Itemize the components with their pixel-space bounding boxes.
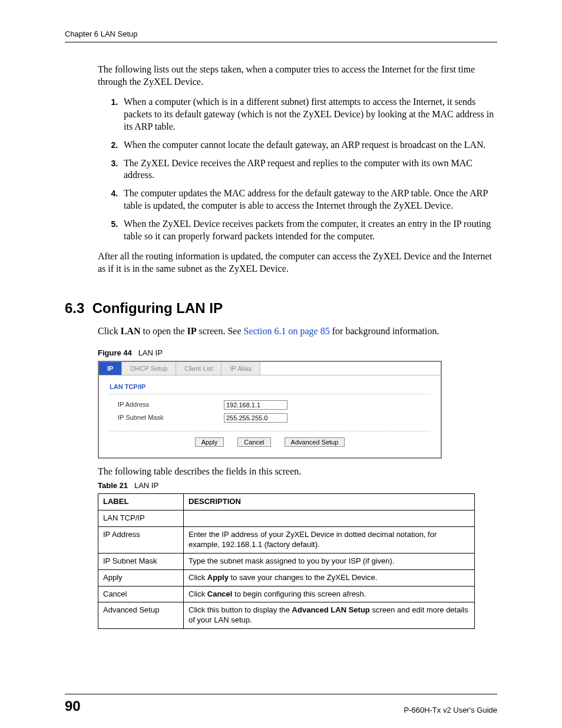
panel-title: LAN TCP/IP xyxy=(110,383,430,394)
table-row: Cancel Click Cancel to begin configuring… xyxy=(98,586,475,602)
tab-client-list[interactable]: Client List xyxy=(176,362,222,375)
table-row: LAN TCP/IP xyxy=(98,510,475,527)
table-header-row: LABEL DESCRIPTION xyxy=(98,494,475,510)
click-lan-paragraph: Click LAN to open the IP screen. See Sec… xyxy=(98,325,497,338)
ip-address-label: IP Address xyxy=(118,400,224,409)
page-footer: 90 P-660H-Tx v2 User's Guide xyxy=(65,694,497,715)
figure-caption: Figure 44 LAN IP xyxy=(98,348,497,358)
cancel-button[interactable]: Cancel xyxy=(237,437,270,447)
table-lan-ip: LABEL DESCRIPTION LAN TCP/IP IP Address … xyxy=(98,493,475,629)
page-number: 90 xyxy=(65,697,81,715)
guide-name: P-660H-Tx v2 User's Guide xyxy=(404,706,497,716)
cross-reference-link[interactable]: Section 6.1 on page 85 xyxy=(244,326,330,336)
table-row: Advanced Setup Click this button to disp… xyxy=(98,602,475,629)
ip-address-input[interactable] xyxy=(224,400,287,410)
step-2: When the computer cannot locate the defa… xyxy=(120,139,497,151)
tab-ip-alias[interactable]: IP Alias xyxy=(222,362,260,375)
table-row: Apply Click Apply to save your changes t… xyxy=(98,569,475,586)
step-4: The computer updates the MAC address for… xyxy=(120,187,497,212)
advanced-setup-button[interactable]: Advanced Setup xyxy=(285,437,345,447)
steps-list: When a computer (which is in a different… xyxy=(98,96,497,242)
section-title: Configuring LAN IP xyxy=(92,300,223,316)
intro-paragraph: The following lists out the steps taken,… xyxy=(98,64,497,88)
after-paragraph: After all the routing information is upd… xyxy=(98,251,497,275)
step-5: When the ZyXEL Device receives packets f… xyxy=(120,218,497,243)
section-heading: 6.3 Configuring LAN IP xyxy=(65,299,497,317)
tab-dhcp-setup[interactable]: DHCP Setup xyxy=(122,362,176,375)
field-ip-subnet-mask: IP Subnet Mask xyxy=(118,413,430,423)
page-header: Chapter 6 LAN Setup xyxy=(65,29,497,42)
step-1: When a computer (which is in a different… xyxy=(120,96,497,133)
table-caption: Table 21 LAN IP xyxy=(98,481,497,491)
field-ip-address: IP Address xyxy=(118,400,430,410)
table-row: IP Subnet Mask Type the subnet mask assi… xyxy=(98,553,475,569)
chapter-label: Chapter 6 LAN Setup xyxy=(65,29,138,38)
step-3: The ZyXEL Device receives the ARP reques… xyxy=(120,157,497,182)
th-description: DESCRIPTION xyxy=(184,494,475,510)
figure-lan-ip: IP DHCP Setup Client List IP Alias LAN T… xyxy=(98,361,442,459)
section-number: 6.3 xyxy=(65,300,84,316)
ip-subnet-mask-input[interactable] xyxy=(224,413,287,423)
tab-ip[interactable]: IP xyxy=(99,362,122,375)
button-row: Apply Cancel Advanced Setup xyxy=(110,431,430,447)
apply-button[interactable]: Apply xyxy=(195,437,224,447)
table-row: IP Address Enter the IP address of your … xyxy=(98,526,475,553)
th-label: LABEL xyxy=(98,494,184,510)
figure-panel: LAN TCP/IP IP Address IP Subnet Mask App… xyxy=(99,375,441,457)
post-figure-paragraph: The following table describes the fields… xyxy=(98,466,497,478)
ip-subnet-mask-label: IP Subnet Mask xyxy=(118,413,224,421)
figure-tabbar: IP DHCP Setup Client List IP Alias xyxy=(99,362,441,375)
